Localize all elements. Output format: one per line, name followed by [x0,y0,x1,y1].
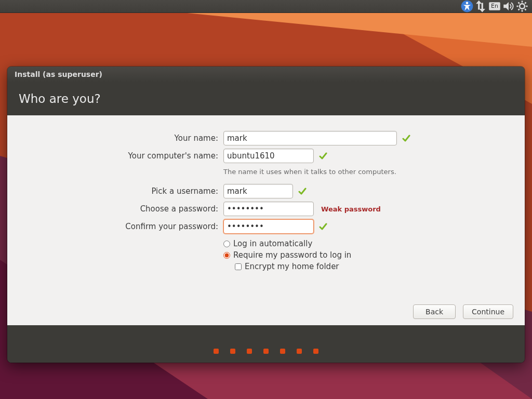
confirm-password-input[interactable] [223,219,314,234]
continue-button[interactable]: Continue [463,304,513,319]
back-button[interactable]: Back [413,304,456,319]
window-titlebar: Install (as superuser) [7,66,525,82]
encrypt-option[interactable]: Encrypt my home folder [235,261,514,272]
sound-indicator[interactable] [502,0,515,12]
progress-dot [313,349,318,354]
svg-point-9 [520,4,525,9]
checkmark-icon [319,222,327,231]
volume-icon [502,0,515,13]
accessibility-icon [460,0,474,13]
gear-icon [515,0,529,13]
top-menubar: En [0,0,532,13]
button-row: Back Continue [413,304,513,319]
page-heading: Who are you? [7,82,525,115]
progress-dot [297,349,302,354]
network-indicator[interactable] [474,0,487,12]
login-password-option[interactable]: Require my password to log in [223,249,514,261]
host-label: Your computer's name: [128,151,218,161]
host-input[interactable] [223,149,314,163]
svg-point-8 [466,2,469,5]
user-label: Pick a username: [151,187,218,196]
installer-window: Install (as superuser) Who are you? Your… [7,66,525,363]
progress-dot [214,349,219,354]
password-input[interactable] [223,202,314,216]
progress-dot [230,349,235,354]
svg-line-16 [525,3,526,4]
keyboard-indicator[interactable]: En [487,0,502,12]
login-auto-option[interactable]: Log in automatically [223,238,514,249]
encrypt-checkbox[interactable] [235,263,242,270]
keyboard-label: En [489,2,500,10]
confirm-password-label: Confirm your password: [125,222,218,231]
session-indicator[interactable] [515,0,529,12]
progress-dot [263,349,269,354]
checkmark-icon [298,187,307,195]
login-auto-radio[interactable] [223,241,230,247]
installer-content: Your name: Your computer's name: The nam… [7,115,525,325]
progress-dot [280,349,285,354]
svg-line-17 [518,9,520,10]
user-form: Your name: Your computer's name: The nam… [19,131,513,272]
svg-line-14 [518,3,520,4]
login-password-label: Require my password to log in [233,250,351,260]
svg-line-15 [525,9,526,10]
name-label: Your name: [175,134,218,143]
page-heading-text: Who are you? [19,92,101,105]
progress-dot [247,349,252,354]
network-updown-icon [474,0,487,13]
encrypt-label: Encrypt my home folder [245,262,339,271]
checkmark-icon [402,134,410,142]
host-hint: The name it uses when it talks to other … [223,168,396,176]
accessibility-indicator[interactable] [460,0,474,12]
progress-dots [7,325,525,363]
login-password-radio[interactable] [223,252,230,259]
name-input[interactable] [223,131,397,145]
user-input[interactable] [223,184,293,198]
password-strength: Weak password [321,205,381,213]
window-title: Install (as superuser) [15,70,102,78]
checkmark-icon [319,152,327,160]
password-label: Choose a password: [140,204,218,214]
login-auto-label: Log in automatically [233,239,312,248]
